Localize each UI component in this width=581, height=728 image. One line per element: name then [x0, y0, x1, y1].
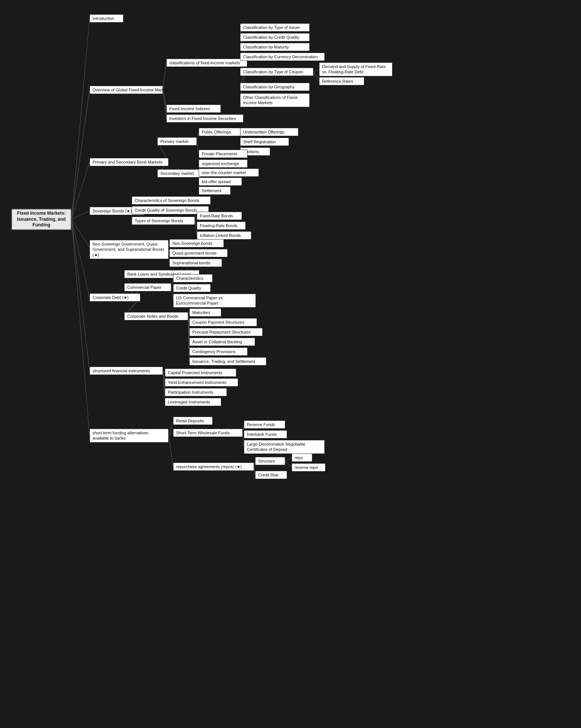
non_sovereign_gov-node: Non-Sovereign Government, Quasi- Governm… — [90, 240, 169, 259]
commercial_paper-node: Commercial Paper — [124, 283, 171, 291]
issuance_trading-node: Issuance, Trading, and Settlement — [189, 357, 266, 366]
primary_secondary-node: Primary and Secondary Bond Markets — [90, 158, 169, 166]
large_denomination-node: Large-Denomination Negotiable Certificat… — [244, 440, 325, 454]
coupon_payment-node: Coupon Payment Structures — [189, 318, 257, 326]
participation-node: Participation Instruments — [165, 388, 227, 396]
repurchase-node: repurchase agreements (repos) (★) — [173, 463, 254, 471]
reserve_funds-node: Reserve Funds — [244, 420, 285, 429]
svg-line-7 — [71, 219, 90, 435]
svg-line-18 — [313, 69, 319, 72]
underwritten-node: Underwritten Offerings — [240, 128, 298, 136]
corporate_debt-node: Corporate Debt (★) — [90, 293, 140, 302]
mind-map: Fixed Income Markets: Issuance, Trading,… — [8, 8, 573, 722]
svg-line-61 — [169, 435, 173, 467]
classifications-node: classifications of fixed-income markets — [166, 59, 247, 67]
retail_deposits-node: Retail Deposits — [173, 417, 213, 425]
asset_collateral-node: Asset or Collateral Backing — [189, 338, 255, 346]
other_classifications-node: Other Classifications of Fixed-Income Ma… — [240, 93, 310, 107]
contingency-node: Contingency Provisions — [189, 347, 248, 356]
interbank_funds-node: Interbank Funds — [244, 430, 287, 438]
floating_rate_bonds-node: Floating-Rate Bonds — [197, 221, 246, 230]
class_geography-node: Classification by Geography — [240, 83, 310, 91]
connector-lines — [8, 8, 573, 722]
demand_supply-node: Demand and Supply of Fixed-Rate vs. Floa… — [319, 62, 392, 76]
class_coupon-node: Classification by Type of Coupon — [240, 68, 313, 76]
svg-line-19 — [313, 72, 319, 81]
svg-line-3 — [71, 211, 90, 219]
bid_offer-node: bid-offer spread — [199, 177, 242, 186]
char_sovereign-node: Characteristics of Sovereign Bonds — [132, 196, 211, 205]
principal_repayment-node: Principal Repayment Structures — [189, 328, 263, 336]
svg-line-0 — [71, 18, 90, 219]
supranational_bonds-node: Supranational bonds — [169, 259, 222, 267]
corp_notes_bonds-node: Corporate Notes and Bonds — [124, 312, 188, 320]
svg-line-1 — [71, 90, 90, 219]
reference_rates-node: Reference Rates — [319, 77, 364, 85]
structured_fi-node: structured financial instruments — [90, 367, 163, 375]
credit_risk-node: Credit Risk — [255, 471, 287, 479]
public_offerings-node: Public Offerings — [199, 128, 242, 136]
class_currency-node: Classification by Currency Denomination — [240, 53, 325, 61]
svg-line-5 — [71, 219, 90, 298]
reverse_repo-node: reverse repo — [292, 463, 325, 472]
secondary_market-node: Secondary market — [157, 169, 201, 177]
settlement-node: Settlement — [199, 187, 231, 195]
fixed_rate_bonds-node: Fixed-Rate Bonds — [197, 212, 242, 220]
svg-line-65 — [285, 461, 292, 467]
class_maturity-node: Classification by Maturity — [240, 43, 310, 51]
class_credit_quality-node: Classification by Credit Quality — [240, 33, 310, 41]
inflation_linked-node: Inflation-Linked Bonds — [197, 231, 251, 240]
cp_us_euro-node: US Commercial Paper vs. Eurocommercial P… — [173, 294, 256, 308]
maturities-node: Maturities — [189, 308, 221, 317]
types_sovereign-node: Types of Sovereign Bonds — [132, 217, 195, 225]
yield_enhancement-node: Yield Enhancement Instruments — [165, 378, 238, 387]
investors-node: Investors in Fixed-Income Securities — [166, 114, 243, 123]
shelf_registration-node: Shelf Registration — [240, 138, 289, 146]
short_term_wholesale-node: Short-Term Wholesale Funds — [173, 429, 243, 437]
svg-line-8 — [163, 63, 166, 90]
root-node: Fixed Income Markets: Issuance, Trading,… — [11, 209, 71, 230]
quasi_gov_bonds-node: Quasi-goverment bonds — [169, 249, 228, 257]
fixed_income_indexes-node: Fixed-Income Indexes — [166, 105, 221, 113]
svg-line-6 — [71, 219, 90, 371]
capital_protected-node: Capital Protected Instruments — [165, 369, 236, 377]
structure_node-node: Structure — [255, 457, 285, 465]
leveraged-node: Leveraged Instruments — [165, 398, 221, 406]
cp_characteristics-node: Characteristics — [173, 274, 213, 282]
primary_market-node: Primary market — [157, 137, 197, 146]
otc_market-node: over-the-counter market — [199, 168, 259, 177]
repo-node: repo — [292, 453, 312, 462]
private_placements-node: Private Placements — [199, 150, 248, 158]
organized_exchange-node: organized exchange — [199, 159, 248, 168]
short_term_funding-node: short-term funding alternatives availabl… — [90, 429, 169, 443]
svg-line-64 — [285, 458, 292, 461]
cp_credit_quality-node: Credit Quality — [173, 284, 211, 292]
class_type_issuer-node: Classification by Type of Issuer — [240, 23, 310, 32]
introduction-node: Introduction — [90, 14, 123, 23]
overview-node: Overview of Global Fixed-Income Markets — [90, 86, 163, 94]
non_sovereign_bonds-node: Non-Sovereign bonds — [169, 239, 224, 247]
svg-line-10 — [163, 90, 166, 118]
